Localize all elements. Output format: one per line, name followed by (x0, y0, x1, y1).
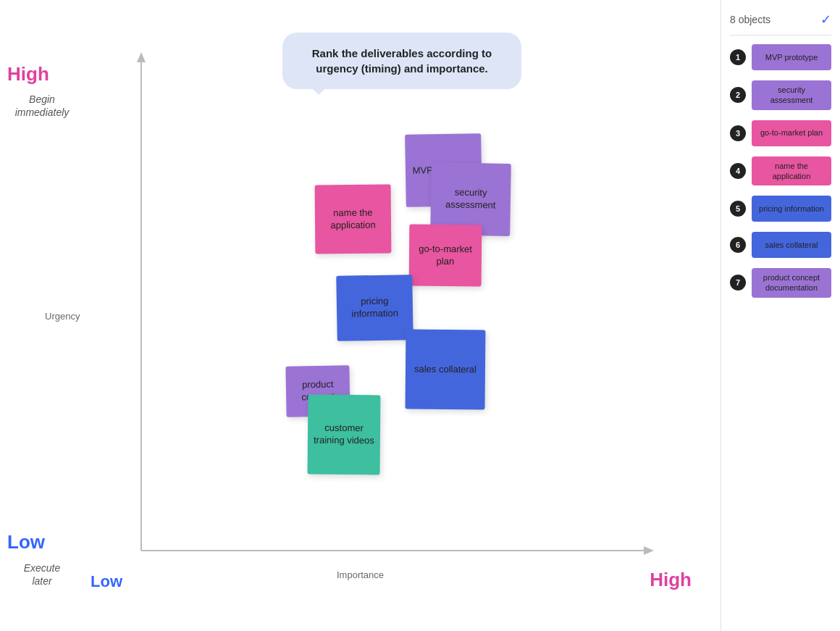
sidebar-item-1[interactable]: 1MVP prototype (730, 44, 831, 70)
bubble-text: Rank the deliverables according to urgen… (312, 47, 492, 75)
sidebar-item-6[interactable]: 6sales collateral (730, 232, 831, 258)
speech-bubble: Rank the deliverables according to urgen… (282, 33, 521, 89)
sidebar-header: 8 objects ✓ (730, 12, 831, 35)
sidebar: 8 objects ✓ 1MVP prototype2security asse… (721, 0, 840, 631)
item-number-2: 2 (730, 87, 746, 103)
sidebar-item-7[interactable]: 7product concept documentation (730, 268, 831, 298)
low-y-sub-label: Executelater (6, 561, 78, 588)
high-y-sub-label: Beginimmediately (6, 93, 78, 119)
sidebar-sticky-4: name the application (752, 156, 831, 186)
sidebar-sticky-3: go-to-market plan (752, 120, 831, 146)
object-count: 8 objects (730, 14, 770, 25)
sticky-training[interactable]: customer training videos (308, 395, 381, 475)
chart-area: Rank the deliverables according to urgen… (0, 0, 721, 631)
item-number-3: 3 (730, 125, 746, 141)
sidebar-sticky-6: sales collateral (752, 232, 831, 258)
high-x-label: High (650, 569, 692, 591)
item-number-5: 5 (730, 201, 746, 217)
sticky-goto[interactable]: go-to-market plan (409, 225, 482, 287)
sticky-name[interactable]: name the application (315, 185, 392, 254)
importance-label: Importance (337, 569, 384, 580)
sidebar-item-2[interactable]: 2security assessment (730, 80, 831, 110)
sidebar-sticky-5: pricing information (752, 196, 831, 222)
item-number-1: 1 (730, 49, 746, 65)
item-number-6: 6 (730, 237, 746, 253)
sticky-sales[interactable]: sales collateral (406, 330, 486, 410)
sidebar-sticky-7: product concept documentation (752, 268, 831, 298)
svg-marker-3 (644, 546, 654, 555)
sidebar-items-list: 1MVP prototype2security assessment3go-to… (730, 44, 831, 298)
sticky-pricing[interactable]: pricing information (336, 275, 413, 341)
svg-marker-1 (137, 52, 146, 62)
low-x-label: Low (91, 572, 122, 591)
urgency-label: Urgency (45, 310, 80, 321)
low-y-label: Low (7, 532, 45, 553)
sidebar-sticky-2: security assessment (752, 80, 831, 110)
item-number-7: 7 (730, 275, 746, 291)
check-icon[interactable]: ✓ (820, 12, 831, 28)
sidebar-item-4[interactable]: 4name the application (730, 156, 831, 186)
sidebar-item-5[interactable]: 5pricing information (730, 196, 831, 222)
high-y-label: High (7, 64, 49, 85)
sidebar-item-3[interactable]: 3go-to-market plan (730, 120, 831, 146)
sidebar-sticky-1: MVP prototype (752, 44, 831, 70)
item-number-4: 4 (730, 163, 746, 179)
